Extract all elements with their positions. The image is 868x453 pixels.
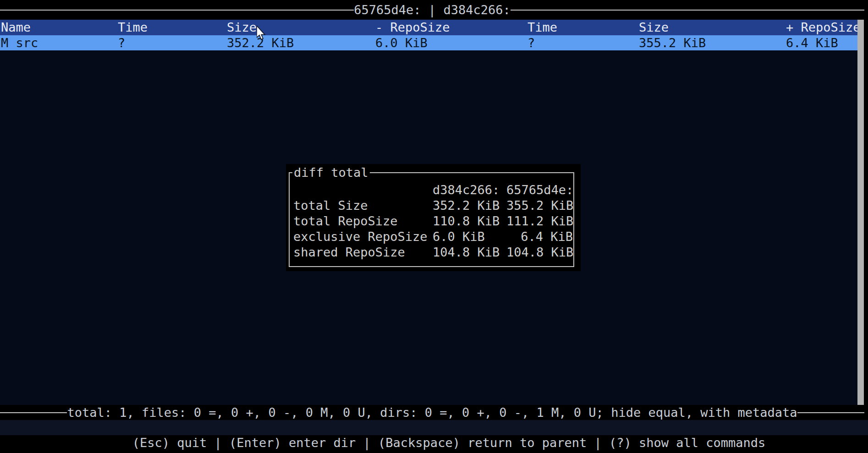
column-header-reposize[interactable]: + RepoSize <box>786 20 857 35</box>
column-header-time[interactable]: Time <box>527 20 557 35</box>
dialog-value: 111.2 KiB <box>506 213 573 229</box>
dialog-column-header: d384c266: <box>433 182 506 198</box>
snapshot-title: 65765d4e: | d384c266: <box>354 3 510 17</box>
dialog-value: 6.4 KiB <box>506 229 573 245</box>
divider-line <box>0 412 67 413</box>
column-header-size[interactable]: Size <box>639 20 669 35</box>
status-bar: total: 1, files: 0 =, 0 +, 0 -, 0 M, 0 U… <box>0 405 864 420</box>
status-text: total: 1, files: 0 =, 0 +, 0 -, 0 M, 0 U… <box>67 405 797 420</box>
row-cell: ? <box>118 35 125 50</box>
row-cell: 352.2 KiB <box>227 35 294 50</box>
divider-line <box>0 10 354 11</box>
divider-line <box>797 412 864 413</box>
dialog-value: 352.2 KiB <box>433 198 506 213</box>
row-cell: 6.0 KiB <box>375 35 428 50</box>
dialog-value: 104.8 KiB <box>433 245 506 260</box>
table-header-row: NameTimeSize- RepoSizeTimeSize+ RepoSize <box>0 20 857 35</box>
table-row[interactable]: M src?352.2 KiB6.0 KiB?355.2 KiB6.4 KiB <box>0 35 857 50</box>
command-bar: (Esc) quit | (Enter) enter dir | (Backsp… <box>0 420 868 435</box>
dialog-value: 104.8 KiB <box>506 245 573 260</box>
dialog-table: d384c266: 65765d4e: total Size352.2 KiB3… <box>293 182 573 260</box>
dialog-row-label: shared RepoSize <box>293 245 433 260</box>
dialog-value: 355.2 KiB <box>506 198 573 213</box>
dialog-title: diff total <box>292 165 370 180</box>
dialog-header-row: d384c266: 65765d4e: <box>293 182 573 198</box>
row-cell: 355.2 KiB <box>639 35 706 50</box>
dialog-header-spacer <box>293 182 433 198</box>
divider-line <box>511 10 864 11</box>
terminal-screen: 65765d4e: | d384c266: NameTimeSize- Repo… <box>0 0 868 453</box>
row-cell: 6.4 KiB <box>786 35 838 50</box>
dialog-row-label: exclusive RepoSize <box>293 229 433 245</box>
dialog-value: 6.0 KiB <box>433 229 506 245</box>
dialog-row: shared RepoSize104.8 KiB104.8 KiB <box>293 245 573 260</box>
title-bar: 65765d4e: | d384c266: <box>0 0 864 20</box>
command-hints: (Esc) quit | (Enter) enter dir | (Backsp… <box>132 436 766 450</box>
dialog-row-label: total Size <box>293 198 433 213</box>
row-cell: M src <box>1 35 38 50</box>
column-header-size[interactable]: Size <box>227 20 257 35</box>
column-header-name[interactable]: Name <box>1 20 31 35</box>
dialog-row-label: total RepoSize <box>293 213 433 229</box>
dialog-column-header: 65765d4e: <box>506 182 573 198</box>
row-cell: ? <box>527 35 535 50</box>
dialog-row: total Size352.2 KiB355.2 KiB <box>293 198 573 213</box>
dialog-value: 110.8 KiB <box>433 213 506 229</box>
dialog-row: exclusive RepoSize6.0 KiB6.4 KiB <box>293 229 573 245</box>
dialog-row: total RepoSize110.8 KiB111.2 KiB <box>293 213 573 229</box>
diff-total-dialog: diff total d384c266: 65765d4e: total Siz… <box>286 164 581 271</box>
column-header-reposize[interactable]: - RepoSize <box>375 20 450 35</box>
scrollbar[interactable] <box>857 20 864 405</box>
column-header-time[interactable]: Time <box>118 20 148 35</box>
